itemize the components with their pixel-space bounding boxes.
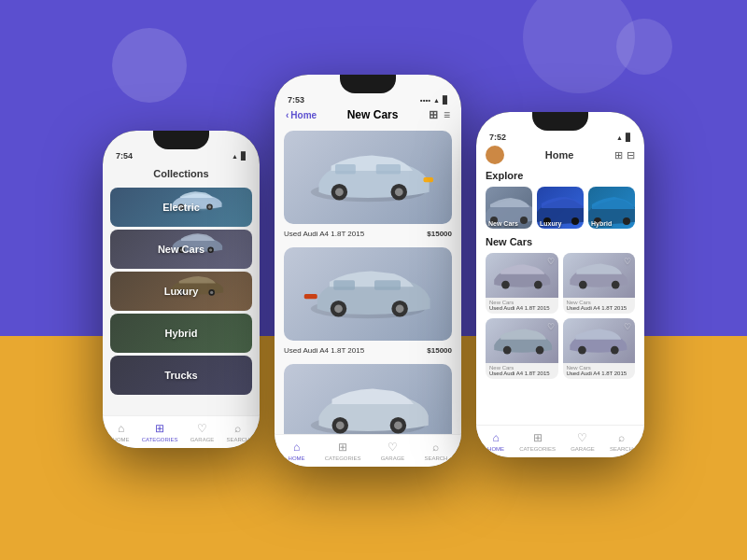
car-card-1-title: Used Audi A4 1.8T 2015 — [489, 305, 555, 311]
car-listing-1[interactable] — [284, 131, 452, 224]
heart-icon-4[interactable]: ♡ — [624, 322, 631, 331]
phone3-header: Home ⊞ ⊟ — [476, 146, 644, 170]
phone2-nav-categories-label: CATEGORIES — [325, 455, 361, 461]
car-listing-2[interactable] — [284, 247, 452, 341]
phone1-nav-search-label: SEARCH — [226, 437, 249, 442]
explore-hybrid-label: Hybrid — [591, 220, 612, 227]
svg-point-39 — [623, 217, 630, 225]
map-icon[interactable]: ⊞ — [429, 108, 438, 121]
car-listing-1-info: Used Audi A4 1.8T 2015 $15000 — [275, 226, 461, 244]
explore-title: Explore — [486, 170, 635, 181]
user-avatar[interactable] — [486, 146, 504, 164]
collection-hybrid[interactable]: Hybrid — [110, 314, 252, 353]
phone3-title: Home — [545, 149, 574, 161]
car-listing-1-img — [284, 131, 452, 224]
phone3-nav-search[interactable]: ⌕ SEARCH — [610, 431, 633, 452]
phone3-battery-icon — [626, 133, 631, 142]
phone2-nav-search[interactable]: ⌕ SEARCH — [424, 441, 447, 461]
collection-trucks[interactable]: Trucks — [110, 356, 252, 395]
phone1-navbar: ⌂ HOME ⊞ CATEGORIES ♡ GARAGE ⌕ SEARCH — [103, 415, 260, 448]
grid-icon[interactable]: ⊞ — [614, 149, 623, 161]
phone1-screen: 7:54 Collections — [103, 131, 260, 448]
phone-newcars: 7:53 •••• ‹ Home New Cars ⊞ ≡ — [275, 75, 461, 467]
phone2-navbar: ⌂ HOME ⊞ CATEGORIES ♡ GARAGE ⌕ SEARCH — [275, 434, 461, 467]
collection-luxury[interactable]: Luxury — [110, 272, 252, 311]
svg-rect-28 — [304, 294, 317, 299]
garage-icon: ♡ — [388, 441, 398, 454]
car-card-2-title: Used Audi A4 1.8T 2015 — [567, 305, 632, 311]
explore-newcars[interactable]: New Cars — [486, 187, 532, 229]
phone3-header-icons: ⊞ ⊟ — [614, 149, 635, 161]
phone1-nav-categories[interactable]: ⊞ CATEGORIES — [142, 422, 178, 442]
phone1-nav-search[interactable]: ⌕ SEARCH — [226, 422, 249, 442]
phone3-wifi-icon — [616, 133, 623, 142]
filter-icon[interactable]: ≡ — [444, 108, 450, 121]
svg-point-19 — [395, 188, 403, 196]
listing-2-title: Used Audi A4 1.8T 2015 — [284, 346, 364, 355]
svg-rect-23 — [374, 280, 401, 290]
heart-icon-2[interactable]: ♡ — [624, 257, 631, 266]
collection-newcars[interactable]: New Cars — [110, 230, 252, 269]
phone2-time: 7:53 — [288, 95, 304, 105]
electric-label: Electric — [162, 202, 200, 213]
car-card-2-info: New Cars Used Audi A4 1.8T 2015 — [563, 298, 636, 314]
phone2-nav-garage[interactable]: ♡ GARAGE — [381, 441, 405, 461]
car-card-4-title: Used Audi A4 1.8T 2015 — [567, 371, 632, 376]
phone2-screen: 7:53 •••• ‹ Home New Cars ⊞ ≡ — [275, 75, 461, 467]
garage-icon: ♡ — [577, 431, 587, 444]
heart-icon-1[interactable]: ♡ — [547, 257, 555, 266]
phone3-nav-categories[interactable]: ⊞ CATEGORIES — [519, 431, 556, 452]
phone2-nav-categories[interactable]: ⊞ CATEGORIES — [325, 441, 361, 461]
listing-2-price: $15000 — [427, 346, 452, 355]
svg-point-27 — [396, 304, 404, 313]
heart-icon-3[interactable]: ♡ — [547, 322, 555, 331]
phone2-header-icons: ⊞ ≡ — [429, 108, 450, 121]
phone2-signal: •••• — [420, 96, 430, 105]
svg-point-47 — [611, 346, 619, 355]
home-icon: ⌂ — [492, 431, 499, 444]
phone1-status-icons — [232, 152, 247, 161]
svg-point-4 — [207, 205, 210, 208]
svg-point-41 — [534, 281, 543, 289]
car-listing-2-img — [284, 247, 452, 341]
explore-newcars-label: New Cars — [488, 220, 518, 227]
svg-rect-15 — [376, 164, 401, 175]
phone3-nav-garage[interactable]: ♡ GARAGE — [571, 431, 595, 452]
collection-electric[interactable]: Electric — [110, 188, 252, 227]
car-card-4[interactable]: ♡ New Cars Used Audi A4 1.8T 2015 — [563, 318, 636, 379]
svg-point-42 — [579, 281, 587, 289]
svg-point-33 — [394, 421, 402, 429]
newcars-label: New Cars — [158, 244, 204, 255]
map-icon[interactable]: ⊟ — [627, 149, 635, 161]
car-card-1-info: New Cars Used Audi A4 1.8T 2015 — [486, 298, 558, 314]
search-icon: ⌕ — [234, 422, 241, 435]
svg-point-8 — [209, 248, 212, 251]
explore-luxury[interactable]: Luxury — [537, 187, 584, 229]
car-card-3-title: Used Audi A4 1.8T 2015 — [489, 371, 555, 376]
garage-icon: ♡ — [197, 422, 207, 435]
phone3-navbar: ⌂ HOME ⊞ CATEGORIES ♡ GARAGE ⌕ SEARCH — [476, 425, 644, 457]
cars-grid: ♡ New Cars Used Audi A4 1.8T 2015 — [486, 253, 635, 379]
back-button[interactable]: ‹ Home — [286, 110, 317, 120]
phone1-wifi-icon — [232, 152, 238, 161]
cars-section-title: New Cars — [486, 236, 635, 247]
phone2-nav-search-label: SEARCH — [424, 455, 447, 461]
phone1-nav-home[interactable]: ⌂ HOME — [113, 422, 130, 442]
explore-hybrid[interactable]: Hybrid — [588, 187, 635, 229]
phone3-nav-search-label: SEARCH — [610, 446, 633, 452]
svg-point-46 — [578, 346, 586, 355]
car-card-2[interactable]: ♡ New Cars Used Audi A4 1.8T 2015 — [563, 253, 636, 314]
search-icon: ⌕ — [432, 441, 439, 454]
phone2-header: ‹ Home New Cars ⊞ ≡ — [275, 108, 461, 127]
svg-rect-20 — [424, 177, 434, 182]
luxury-label: Luxury — [164, 286, 199, 297]
phone2-nav-home[interactable]: ⌂ HOME — [289, 441, 305, 461]
phone1-nav-garage[interactable]: ♡ GARAGE — [190, 422, 215, 442]
phone3-nav-home-label: HOME — [487, 446, 504, 452]
back-chevron: ‹ — [286, 110, 289, 120]
svg-point-17 — [335, 188, 344, 196]
car-card-1[interactable]: ♡ New Cars Used Audi A4 1.8T 2015 — [486, 253, 558, 314]
car-card-3[interactable]: ♡ New Cars Used Audi A4 1.8T 2015 — [486, 318, 558, 379]
explore-grid: New Cars Luxury — [486, 187, 635, 229]
phone3-nav-home[interactable]: ⌂ HOME — [487, 431, 504, 452]
